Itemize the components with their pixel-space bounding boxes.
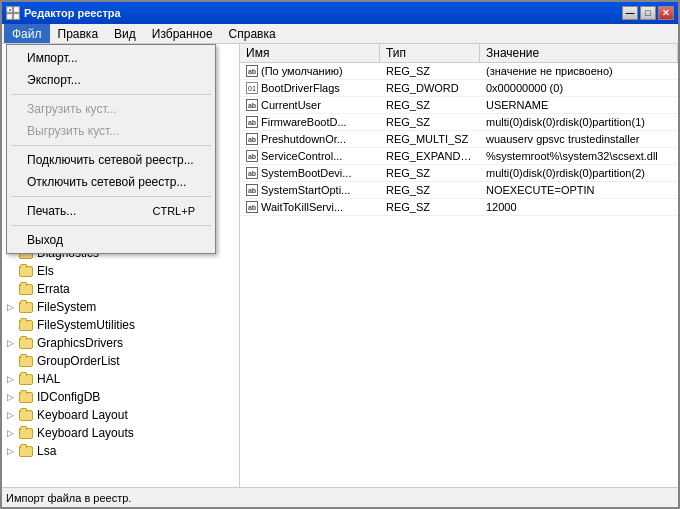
tree-item-label: Keyboard Layout [36,408,128,422]
folder-icon [18,317,34,333]
folder-icon [18,389,34,405]
expand-icon[interactable] [2,263,18,279]
tree-item[interactable]: FileSystemUtilities [2,316,239,334]
menu-export[interactable]: Экспорт... [7,69,215,91]
tree-item-label: HAL [36,372,60,386]
expand-icon[interactable] [2,317,18,333]
tree-item[interactable]: ▷GraphicsDrivers [2,334,239,352]
table-row[interactable]: abCurrentUserREG_SZUSERNAME [240,97,678,114]
close-button[interactable]: ✕ [658,6,674,20]
cell-value: NOEXECUTE=OPTIN [480,183,678,197]
cell-name: abSystemStartOpti... [240,183,380,197]
col-header-name[interactable]: Имя [240,44,380,62]
menu-help[interactable]: Справка [221,24,284,43]
reg-string-icon: ab [246,167,258,179]
main-window: Редактор реестра — □ ✕ Файл Правка Вид И… [0,0,680,509]
table-body: ab(По умолчанию)REG_SZ(значение не присв… [240,63,678,487]
menu-favorites[interactable]: Избранное [144,24,221,43]
table-row[interactable]: abSystemBootDevi...REG_SZmulti(0)disk(0)… [240,165,678,182]
status-bar: Импорт файла в реестр. [2,487,678,507]
tree-item[interactable]: ▷Keyboard Layouts [2,424,239,442]
svg-rect-3 [14,14,19,19]
table-row[interactable]: abPreshutdownOr...REG_MULTI_SZwuauserv g… [240,131,678,148]
folder-icon [18,353,34,369]
app-icon [6,6,20,20]
title-bar: Редактор реестра — □ ✕ [2,2,678,24]
expand-icon[interactable] [2,281,18,297]
cell-name: abServiceControl... [240,149,380,163]
tree-item[interactable]: Errata [2,280,239,298]
tree-item[interactable]: ▷FileSystem [2,298,239,316]
menu-import[interactable]: Импорт... [7,47,215,69]
window-title: Редактор реестра [24,7,622,19]
expand-icon[interactable]: ▷ [2,407,18,423]
reg-dword-icon: 01 [246,82,258,94]
tree-item[interactable]: ▷Lsa [2,442,239,460]
cell-name: 01BootDriverFlags [240,81,380,95]
cell-value: wuauserv gpsvс trustedinstaller [480,132,678,146]
main-content: Импорт... Экспорт... Загрузить куст... В… [2,44,678,487]
table-header: Имя Тип Значение [240,44,678,63]
table-row[interactable]: abServiceControl...REG_EXPAND_SZ%systemr… [240,148,678,165]
cell-name: abFirmwareBootD... [240,115,380,129]
cell-name: abWaitToKillServi... [240,200,380,214]
table-row[interactable]: ab(По умолчанию)REG_SZ(значение не присв… [240,63,678,80]
maximize-button[interactable]: □ [640,6,656,20]
cell-type: REG_SZ [380,98,480,112]
reg-string-icon: ab [246,116,258,128]
menu-exit[interactable]: Выход [7,229,215,251]
col-header-value[interactable]: Значение [480,44,678,62]
menu-disconnect-network[interactable]: Отключить сетевой реестр... [7,171,215,193]
file-dropdown-menu: Импорт... Экспорт... Загрузить куст... В… [6,44,216,254]
tree-item[interactable]: ▷Keyboard Layout [2,406,239,424]
tree-item[interactable]: Els [2,262,239,280]
table-row[interactable]: abFirmwareBootD...REG_SZmulti(0)disk(0)r… [240,114,678,131]
tree-item[interactable]: ▷IDConfigDB [2,388,239,406]
folder-icon [18,335,34,351]
menu-sep-4 [11,225,211,226]
folder-icon [18,281,34,297]
menu-edit[interactable]: Правка [50,24,107,43]
menu-view[interactable]: Вид [106,24,144,43]
title-bar-controls: — □ ✕ [622,6,674,20]
col-header-type[interactable]: Тип [380,44,480,62]
cell-type: REG_SZ [380,115,480,129]
menu-print[interactable]: Печать... CTRL+P [7,200,215,222]
tree-item[interactable]: GroupOrderList [2,352,239,370]
table-row[interactable]: abWaitToKillServi...REG_SZ12000 [240,199,678,216]
expand-icon[interactable]: ▷ [2,389,18,405]
folder-icon [18,443,34,459]
expand-icon[interactable]: ▷ [2,299,18,315]
tree-item-label: FileSystem [36,300,96,314]
table-row[interactable]: 01BootDriverFlagsREG_DWORD0x00000000 (0) [240,80,678,97]
reg-string-icon: ab [246,133,258,145]
expand-icon[interactable]: ▷ [2,425,18,441]
tree-item-label: FileSystemUtilities [36,318,135,332]
tree-item[interactable]: ▷HAL [2,370,239,388]
folder-icon [18,263,34,279]
menu-connect-network[interactable]: Подключить сетевой реестр... [7,149,215,171]
cell-type: REG_EXPAND_SZ [380,149,480,163]
menu-file[interactable]: Файл [4,24,50,43]
folder-icon [18,425,34,441]
tree-item-label: Els [36,264,54,278]
cell-name: abSystemBootDevi... [240,166,380,180]
cell-type: REG_SZ [380,64,480,78]
cell-value: multi(0)disk(0)rdisk(0)partition(2) [480,166,678,180]
expand-icon[interactable]: ▷ [2,335,18,351]
cell-value: 12000 [480,200,678,214]
table-row[interactable]: abSystemStartOpti...REG_SZNOEXECUTE=OPTI… [240,182,678,199]
cell-value: multi(0)disk(0)rdisk(0)partition(1) [480,115,678,129]
folder-icon [18,371,34,387]
cell-value: (значение не присвоено) [480,64,678,78]
expand-icon[interactable]: ▷ [2,443,18,459]
cell-type: REG_SZ [380,183,480,197]
reg-string-icon: ab [246,65,258,77]
expand-icon[interactable] [2,353,18,369]
cell-type: REG_SZ [380,200,480,214]
cell-value: USERNAME [480,98,678,112]
expand-icon[interactable]: ▷ [2,371,18,387]
minimize-button[interactable]: — [622,6,638,20]
reg-string-icon: ab [246,184,258,196]
tree-item-label: GraphicsDrivers [36,336,123,350]
